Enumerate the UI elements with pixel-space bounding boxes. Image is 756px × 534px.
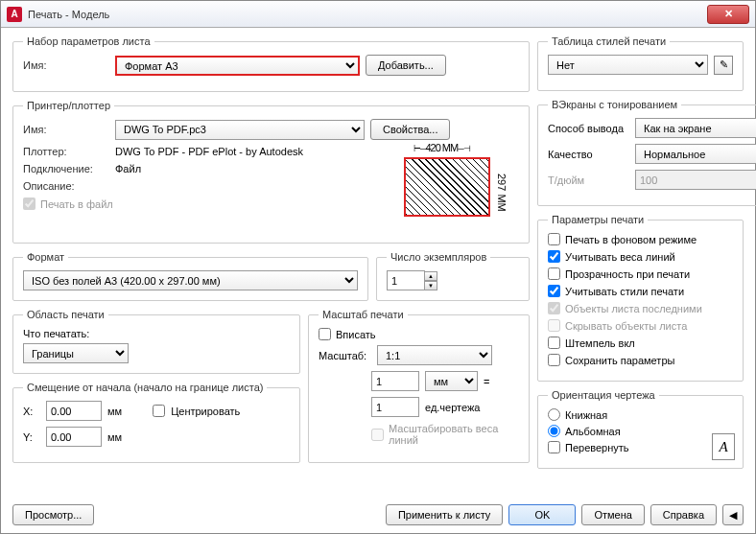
- center-label: Центрировать: [171, 406, 240, 417]
- plotter-label: Плоттер:: [23, 146, 109, 157]
- help-button[interactable]: Справка: [650, 504, 717, 525]
- paper-size-legend: Формат: [23, 251, 68, 263]
- page-setup-name-label: Имя:: [23, 59, 109, 71]
- connection-label: Подключение:: [23, 163, 109, 174]
- edit-style-icon[interactable]: ✎: [714, 56, 733, 75]
- description-label: Описание:: [23, 180, 109, 192]
- paper-size-select[interactable]: ISO без полей A3 (420.00 x 297.00 мм): [23, 270, 358, 290]
- dpi-label: Т/дюйм: [548, 174, 629, 186]
- page-setup-group: Набор параметров листа Имя: Формат А3 До…: [12, 35, 530, 92]
- window-title: Печать - Модель: [28, 9, 109, 20]
- offset-x-unit: мм: [107, 406, 122, 417]
- printer-props-button[interactable]: Свойства...: [370, 119, 450, 140]
- offset-y-input[interactable]: [46, 427, 102, 447]
- scale-paper-input[interactable]: [371, 371, 419, 391]
- scale-lw-label: Масштабировать веса линий: [389, 423, 519, 446]
- plot-style-select[interactable]: Нет: [548, 55, 708, 75]
- shade-method-label: Способ вывода: [548, 123, 629, 134]
- portrait-radio[interactable]: [548, 408, 560, 421]
- quality-select[interactable]: Нормальное: [635, 144, 756, 164]
- plot-what-select[interactable]: Границы: [23, 343, 129, 363]
- scale-legend: Масштаб печати: [319, 309, 408, 320]
- upside-checkbox[interactable]: [548, 441, 560, 453]
- opt-ps-checkbox[interactable]: [548, 285, 560, 297]
- orientation-icon: A: [712, 433, 735, 460]
- printer-group: Принтер/плоттер Имя: DWG To PDF.pc3 Свой…: [12, 100, 530, 244]
- scale-label: Масштаб:: [319, 350, 371, 361]
- scale-lw-checkbox: [371, 429, 384, 441]
- quality-label: Качество: [548, 149, 629, 160]
- plot-what-label: Что печатать:: [23, 328, 290, 339]
- plot-area-legend: Область печати: [23, 309, 108, 320]
- copies-group: Число экземпляров ▲▼: [376, 251, 530, 301]
- copies-spinner[interactable]: ▲▼: [424, 271, 437, 290]
- dpi-input: [635, 170, 756, 190]
- offset-y-unit: мм: [107, 431, 122, 443]
- offset-x-label: X:: [23, 406, 40, 417]
- collapse-button[interactable]: ◀: [722, 504, 744, 525]
- plotter-value: DWG To PDF - PDF ePlot - by Autodesk: [115, 146, 303, 157]
- copies-legend: Число экземпляров: [387, 251, 490, 263]
- scale-unit-select[interactable]: мм: [425, 371, 478, 391]
- add-page-setup-button[interactable]: Добавить...: [366, 55, 446, 76]
- plot-options-group: Параметры печати Печать в фоновом режиме…: [537, 214, 744, 382]
- shade-method-select[interactable]: Как на экране: [635, 118, 756, 138]
- close-button[interactable]: ✕: [707, 5, 749, 24]
- shaded-viewports-legend: ВЭкраны с тонированием: [548, 99, 681, 110]
- scale-group: Масштаб печати Вписать Масштаб: 1:1: [308, 309, 530, 463]
- page-setup-name-select[interactable]: Формат А3: [115, 56, 360, 76]
- opt-lw-checkbox[interactable]: [548, 250, 560, 263]
- app-icon: A: [7, 7, 22, 22]
- offset-y-label: Y:: [23, 431, 40, 443]
- plot-options-legend: Параметры печати: [548, 214, 648, 225]
- opt-stamp-checkbox[interactable]: [548, 337, 560, 349]
- printer-name-label: Имя:: [23, 124, 109, 135]
- print-to-file-checkbox: [23, 197, 35, 210]
- shaded-viewports-group: ВЭкраны с тонированием Способ вывода Как…: [537, 99, 756, 206]
- scale-drawing-unit: ед.чертежа: [425, 402, 480, 413]
- printer-name-select[interactable]: DWG To PDF.pc3: [115, 120, 365, 140]
- offset-group: Смещение от начала (начало на границе ли…: [12, 382, 300, 463]
- plot-styles-legend: Таблица стилей печати: [548, 35, 670, 47]
- preview-button[interactable]: Просмотр...: [12, 504, 94, 525]
- page-setup-legend: Набор параметров листа: [23, 35, 154, 47]
- fit-label: Вписать: [336, 329, 376, 340]
- scale-eq: =: [484, 376, 489, 387]
- orientation-group: Ориентация чертежа Книжная Альбомная Пер…: [537, 389, 744, 469]
- connection-value: Файл: [115, 163, 141, 174]
- apply-button[interactable]: Применить к листу: [386, 504, 504, 525]
- opt-trans-checkbox[interactable]: [548, 267, 560, 280]
- orientation-legend: Ориентация чертежа: [548, 389, 659, 401]
- paper-preview: ⊢─420 MM─⊣ 297 MM: [385, 140, 519, 236]
- scale-drawing-input[interactable]: [371, 397, 419, 417]
- opt-hide-checkbox: [548, 319, 560, 332]
- ok-button[interactable]: OK: [508, 504, 576, 525]
- plot-styles-group: Таблица стилей печати Нет ✎: [537, 35, 744, 91]
- paper-size-group: Формат ISO без полей A3 (420.00 x 297.00…: [12, 251, 368, 301]
- printer-legend: Принтер/плоттер: [23, 100, 114, 111]
- fit-checkbox[interactable]: [319, 328, 331, 340]
- offset-legend: Смещение от начала (начало на границе ли…: [23, 382, 267, 393]
- copies-input[interactable]: [387, 270, 425, 290]
- landscape-radio[interactable]: [548, 425, 560, 437]
- offset-x-input[interactable]: [46, 401, 102, 421]
- plot-area-group: Область печати Что печатать: Границы: [12, 309, 300, 374]
- cancel-button[interactable]: Отмена: [581, 504, 644, 525]
- titlebar: A Печать - Модель ✕: [1, 1, 755, 28]
- opt-save-checkbox[interactable]: [548, 354, 560, 366]
- center-checkbox[interactable]: [153, 405, 165, 417]
- print-to-file-label: Печать в файл: [40, 198, 113, 210]
- opt-pslast-checkbox: [548, 302, 560, 314]
- opt-bg-checkbox[interactable]: [548, 233, 560, 245]
- scale-select[interactable]: 1:1: [377, 345, 492, 365]
